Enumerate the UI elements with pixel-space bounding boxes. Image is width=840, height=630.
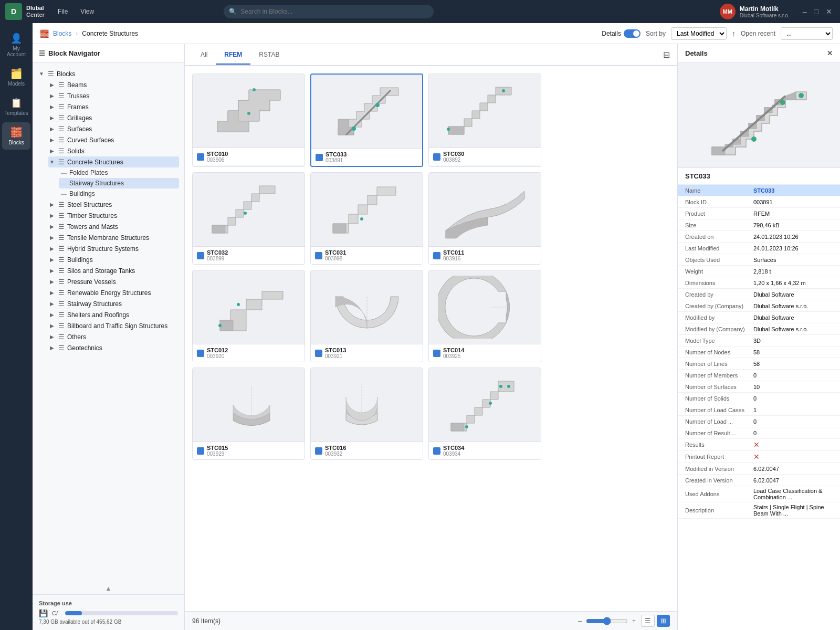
blocks-icon: 🧱 [10, 127, 22, 138]
expand-tensile[interactable]: ▶ [48, 235, 56, 240]
grid-item-stc012[interactable]: STC012 003920 [192, 270, 305, 362]
expand-shelters[interactable]: ▶ [48, 312, 56, 318]
tab-rfem[interactable]: RFEM [216, 46, 250, 65]
sidebar-item-models[interactable]: 🗂️ Models [2, 64, 30, 91]
win-close[interactable]: ✕ [823, 6, 835, 17]
expand-blocks-root[interactable]: ▼ [38, 71, 45, 77]
tab-all[interactable]: All [192, 46, 216, 65]
grid-item-stc015[interactable]: STC015 003929 [192, 368, 305, 460]
grid-item-stc032[interactable]: STC032 003899 [192, 172, 305, 265]
grid-item-stc034[interactable]: STC034 003934 [428, 368, 541, 460]
child-item-buildings[interactable]: — Buildings [59, 188, 179, 199]
tree-item-towers[interactable]: ▶ ☰ Towers and Masts [48, 221, 179, 232]
tree-item-curved-surfaces[interactable]: ▶ ☰ Curved Surfaces [48, 134, 179, 145]
expand-pressure[interactable]: ▶ [48, 279, 56, 285]
child-item-stairway-structures[interactable]: — Stairway Structures [59, 178, 179, 188]
expand-billboard[interactable]: ▶ [48, 323, 56, 329]
zoom-minus-icon[interactable]: – [578, 617, 582, 625]
expand-hybrid[interactable]: ▶ [48, 246, 56, 251]
expand-surfaces[interactable]: ▶ [48, 126, 56, 132]
search-input[interactable] [224, 5, 434, 18]
grid-item-stc014[interactable]: STC014 003925 [428, 270, 541, 362]
tree-item-pressure[interactable]: ▶ ☰ Pressure Vessels [48, 276, 179, 287]
tree-item-beams[interactable]: ▶ ☰ Beams [48, 79, 179, 90]
tree-item-stairway-top[interactable]: ▶ ☰ Stairway Structures [48, 298, 179, 309]
tree-item-blocks-root[interactable]: ▼ ☰ Blocks [38, 68, 179, 79]
details-close-icon[interactable]: ✕ [827, 49, 833, 57]
expand-concrete-structures[interactable]: ▼ [48, 159, 56, 165]
expand-buildings[interactable]: ▶ [48, 257, 56, 262]
sort-by-label: Sort by [646, 30, 666, 37]
tree-item-trusses[interactable]: ▶ ☰ Trusses [48, 90, 179, 101]
sort-arrow-icon[interactable]: ↑ [732, 29, 736, 38]
tree-item-timber[interactable]: ▶ ☰ Timber Structures [48, 210, 179, 221]
sidebar-item-my-account[interactable]: 👤 My Account [2, 28, 30, 61]
expand-solids[interactable]: ▶ [48, 148, 56, 154]
grid-view-button[interactable]: ⊞ [657, 615, 670, 627]
tree-item-hybrid[interactable]: ▶ ☰ Hybrid Structure Systems [48, 243, 179, 254]
expand-trusses[interactable]: ▶ [48, 93, 56, 99]
zoom-slider[interactable] [586, 617, 628, 625]
breadcrumb-parent[interactable]: Blocks [53, 30, 71, 37]
grid-item-stc016[interactable]: STC016 003932 [310, 368, 423, 460]
sidebar-item-blocks[interactable]: 🧱 Blocks [2, 122, 30, 150]
expand-beams[interactable]: ▶ [48, 82, 56, 88]
user-area: MM Martin Motlík Dlubal Software s.r.o. [720, 4, 790, 19]
storage-bar: Storage use 💾 C/ 7,30 GB available out o… [33, 594, 184, 630]
expand-stairway-top[interactable]: ▶ [48, 301, 56, 307]
open-recent-select[interactable]: ... [781, 27, 833, 40]
win-minimize[interactable]: – [800, 6, 810, 17]
tree-label-stairway-top: Stairway Structures [67, 300, 122, 308]
list-view-button[interactable]: ☰ [641, 615, 655, 627]
tree-item-concrete-structures[interactable]: ▼ ☰ Concrete Structures [48, 156, 179, 167]
expand-geotechnics[interactable]: ▶ [48, 345, 56, 351]
menu-view[interactable]: View [75, 6, 99, 17]
grid-item-img-stc013 [311, 270, 423, 344]
detail-row-created-on: Created on 24.01.2023 10:26 [678, 231, 840, 243]
grid-item-stc013[interactable]: STC013 003921 [310, 270, 423, 362]
scroll-up-button[interactable]: ▲ [33, 583, 184, 594]
sidebar-item-templates[interactable]: 📋 Templates [2, 93, 30, 120]
filter-icon[interactable]: ⊟ [663, 50, 670, 60]
tab-rstab[interactable]: RSTAB [250, 46, 288, 65]
grid-item-stc031[interactable]: STC031 003898 [310, 172, 423, 265]
grid-item-stc033[interactable]: STC033 003891 [310, 74, 423, 167]
tree-item-renewable[interactable]: ▶ ☰ Renewable Energy Structures [48, 287, 179, 298]
tree-item-frames[interactable]: ▶ ☰ Frames [48, 101, 179, 112]
tree-item-tensile[interactable]: ▶ ☰ Tensile Membrane Structures [48, 232, 179, 243]
grid-item-stc010[interactable]: STC010 003906 [192, 74, 305, 167]
tree-item-grillages[interactable]: ▶ ☰ Grillages [48, 112, 179, 123]
expand-towers[interactable]: ▶ [48, 224, 56, 229]
menu-file[interactable]: File [52, 6, 73, 17]
grid-item-stc030[interactable]: STC030 003892 [428, 74, 541, 167]
expand-steel[interactable]: ▶ [48, 202, 56, 207]
item-id-stc015: 003929 [207, 451, 228, 457]
tree-item-steel-structures[interactable]: ▶ ☰ Steel Structures [48, 199, 179, 210]
tree-item-shelters[interactable]: ▶ ☰ Shelters and Roofings [48, 309, 179, 320]
expand-others[interactable]: ▶ [48, 334, 56, 340]
zoom-plus-icon[interactable]: + [632, 617, 636, 625]
svg-point-8 [375, 103, 380, 107]
grid-item-footer-stc032: STC032 003899 [193, 246, 304, 264]
sort-select[interactable]: Last Modified Name Date Created Size [671, 27, 727, 40]
expand-frames[interactable]: ▶ [48, 104, 56, 110]
expand-timber[interactable]: ▶ [48, 213, 56, 218]
concrete-tree-icon: ☰ [58, 158, 65, 166]
tree-item-geotechnics[interactable]: ▶ ☰ Geotechnics [48, 342, 179, 353]
child-item-folded-plates[interactable]: — Folded Plates [59, 167, 179, 178]
tree-item-billboard[interactable]: ▶ ☰ Billboard and Traffic Sign Structure… [48, 320, 179, 331]
expand-grillages[interactable]: ▶ [48, 115, 56, 121]
svg-point-2 [247, 112, 250, 115]
expand-curved-surfaces[interactable]: ▶ [48, 137, 56, 143]
tree-label-beams: Beams [67, 81, 87, 89]
expand-silos[interactable]: ▶ [48, 268, 56, 274]
tree-item-silos[interactable]: ▶ ☰ Silos and Storage Tanks [48, 265, 179, 276]
details-toggle-switch[interactable] [624, 29, 640, 38]
tree-item-solids[interactable]: ▶ ☰ Solids [48, 145, 179, 156]
tree-item-others[interactable]: ▶ ☰ Others [48, 331, 179, 342]
grid-item-stc011[interactable]: STC011 003916 [428, 172, 541, 265]
tree-item-surfaces[interactable]: ▶ ☰ Surfaces [48, 123, 179, 134]
tree-item-buildings-top[interactable]: ▶ ☰ Buildings [48, 254, 179, 265]
expand-renewable[interactable]: ▶ [48, 290, 56, 296]
win-maximize[interactable]: □ [812, 6, 821, 17]
